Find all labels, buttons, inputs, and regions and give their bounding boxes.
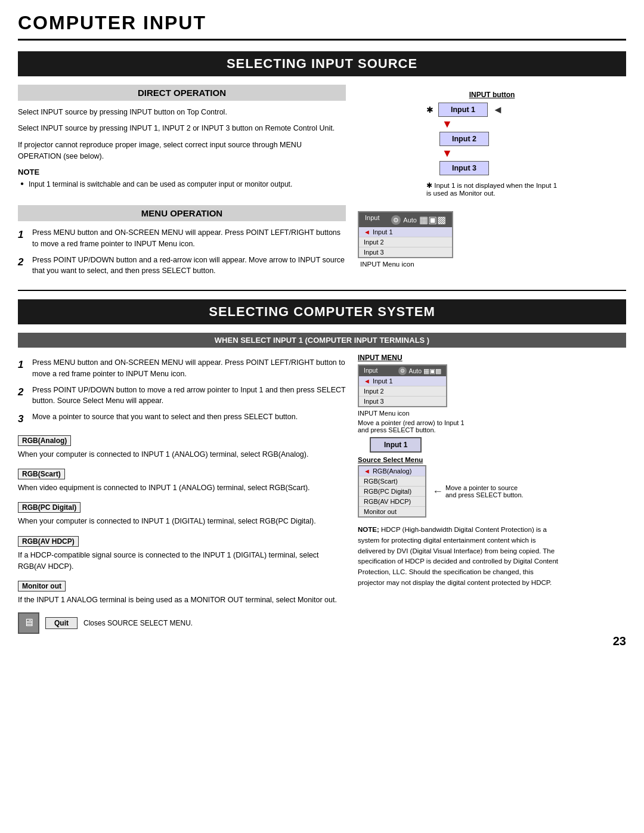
- menu-topbar-input: Input: [365, 214, 379, 225]
- step-num-2: 2: [18, 255, 27, 277]
- section-selecting-input-source: SELECTING INPUT SOURCE DIRECT OPERATION …: [18, 51, 626, 281]
- src-row-av-hdcp-wrap: RGB(AV HDCP): [359, 497, 425, 507]
- comp-menu-row3: Input 3: [364, 398, 384, 405]
- subsection-input1-terminals: WHEN SELECT INPUT 1 (COMPUTER INPUT TERM…: [18, 333, 626, 348]
- comp-gear-icon: ⚙: [398, 367, 407, 375]
- comp-step-num-1: 1: [18, 357, 27, 380]
- menu-row2: Input 2: [364, 239, 384, 246]
- input1-btn: Input 1: [438, 103, 488, 117]
- comp-menu-icons: ▦▣▩: [423, 367, 441, 374]
- comp-menu-row2: Input 2: [364, 388, 384, 395]
- comp-step1: 1 Press MENU button and ON-SCREEN MENU w…: [18, 357, 346, 380]
- right-note-text: HDCP (High-bandwidth Digital Content Pro…: [358, 526, 558, 586]
- quit-icon: 🖥: [18, 612, 39, 634]
- tag-rgb-pc-digital: RGB(PC Digital): [18, 502, 80, 513]
- tag-rgb-pc-digital-text: When your computer is connected to INPUT…: [18, 516, 346, 527]
- comp-step-num-2: 2: [18, 385, 27, 407]
- note-item: Input 1 terminal is switchable and can b…: [18, 179, 346, 190]
- tag-monitor-out-text: If the INPUT 1 ANALOG terminal is being …: [18, 594, 346, 606]
- section-header-computer-system: SELECTING COMPUTER SYSTEM: [18, 299, 626, 324]
- tag-rgb-av-hdcp: RGB(AV HDCP): [18, 536, 79, 547]
- quit-button[interactable]: Quit: [45, 617, 78, 629]
- comp-menu-row2-wrap: Input 2: [359, 386, 446, 397]
- source-select-panel: ◄ RGB(Analog) RGB(Scart) RGB(PC Digital)…: [358, 465, 426, 518]
- tag-rgb-scart: RGB(Scart): [18, 469, 65, 479]
- menu-step2-text: Press POINT UP/DOWN button and a red-arr…: [32, 255, 346, 277]
- source-select-note: Move a pointer to source and press SELEC…: [445, 484, 528, 498]
- down-arrow-icon: ▼: [442, 118, 453, 131]
- tag-rgb-analog-text: When your computer is connected to INPUT…: [18, 449, 346, 460]
- src-row-rgb-pc-digital: RGB(PC Digital): [364, 488, 411, 495]
- quit-row: 🖥 Quit Closes SOURCE SELECT MENU.: [18, 612, 346, 634]
- menu-step1-text: Press MENU button and ON-SCREEN MENU wil…: [32, 227, 346, 250]
- down-arrow-icon2: ▼: [442, 147, 453, 160]
- input1-arrow: ◄: [493, 104, 503, 116]
- tag-rgb-scart-text: When video equipment is connected to INP…: [18, 482, 346, 494]
- tag-rgb-analog: RGB(Analog): [18, 435, 71, 446]
- src-row-scart-wrap: RGB(Scart): [359, 476, 425, 487]
- menu-row2-container: Input 2: [359, 237, 452, 247]
- src-row-rgb-analog: RGB(Analog): [373, 467, 411, 475]
- input-diagram-asterisk-note: ✱ Input 1 is not displayed when the Inpu…: [426, 181, 558, 197]
- src-row-pc-digital-wrap: RGB(PC Digital): [359, 487, 425, 497]
- src-row-rgb-av-hdcp: RGB(AV HDCP): [364, 498, 411, 505]
- comp-step3: 3 Move a pointer to source that you want…: [18, 411, 346, 427]
- comp-input-menu-panel: Input ⚙ Auto ▦▣▩ ◄ Input 1 Input 2: [358, 364, 447, 407]
- menu-row1: Input 1: [373, 228, 393, 236]
- section-selecting-computer-system: SELECTING COMPUTER SYSTEM WHEN SELECT IN…: [18, 299, 626, 634]
- gear-icon: ⚙: [391, 215, 401, 225]
- comp-menu-row3-wrap: Input 3: [359, 397, 446, 406]
- tag-rgb-av-hdcp-text: If a HDCP-compatible signal source is co…: [18, 550, 346, 573]
- comp-menu-topbar-right: Auto: [408, 367, 422, 374]
- comp-step2-text: Press POINT UP/DOWN button to move a red…: [32, 385, 346, 407]
- asterisk-symbol: ✱: [426, 105, 434, 114]
- subsection-direct-operation: DIRECT OPERATION: [18, 85, 346, 101]
- input2-btn: Input 2: [439, 132, 489, 146]
- input1-selected-box: Input 1: [370, 437, 422, 453]
- section-header-input-source: SELECTING INPUT SOURCE: [18, 51, 626, 76]
- input3-btn: Input 3: [439, 161, 489, 175]
- row1-arrow: ◄: [364, 228, 370, 236]
- comp-step2: 2 Press POINT UP/DOWN button to move a r…: [18, 385, 346, 407]
- comp-step-num-3: 3: [18, 411, 27, 427]
- source-select-area: ◄ RGB(Analog) RGB(Scart) RGB(PC Digital)…: [358, 465, 528, 518]
- subsection-menu-operation: MENU OPERATION: [18, 205, 346, 221]
- comp-row1-arrow: ◄: [364, 377, 370, 385]
- page-title: COMPUTER INPUT: [18, 12, 626, 41]
- menu-step1: 1 Press MENU button and ON-SCREEN MENU w…: [18, 227, 346, 250]
- comp-step3-text: Move a pointer to source that you want t…: [32, 411, 298, 427]
- input-menu-icon-annotation: INPUT Menu icon: [358, 410, 465, 417]
- comp-annotations: INPUT Menu icon Move a pointer (red arro…: [358, 410, 465, 433]
- source-select-note-wrap: ← Move a pointer to source and press SEL…: [432, 465, 528, 518]
- src-row-monitor-out-wrap: Monitor out: [359, 507, 425, 516]
- step-num-1: 1: [18, 227, 27, 250]
- menu-row3-container: Input 3: [359, 247, 452, 257]
- pointer-note: Move a pointer (red arrow) to Input 1 an…: [358, 419, 465, 433]
- menu-operation-diagram: Input ⚙ Auto ▦▣▩ ◄ Input 1 Input 2: [358, 211, 453, 258]
- src-row-monitor-out: Monitor out: [364, 508, 397, 515]
- comp-menu-row1: Input 1: [373, 377, 393, 385]
- src-select-arrow-icon: ←: [432, 485, 443, 498]
- tag-monitor-out: Monitor out: [18, 581, 66, 592]
- comp-step1-text: Press MENU button and ON-SCREEN MENU wil…: [32, 357, 346, 380]
- menu-step2: 2 Press POINT UP/DOWN button and a red-a…: [18, 255, 346, 277]
- note-label: NOTE: [18, 168, 346, 176]
- page-number: 23: [613, 634, 626, 648]
- input-button-diagram-title: INPUT button: [426, 91, 558, 99]
- input-menu-title: INPUT MENU: [358, 354, 402, 362]
- comp-menu-topbar-left: Input: [364, 367, 377, 375]
- src-arrow-icon: ◄: [364, 467, 370, 475]
- quit-note: Closes SOURCE SELECT MENU.: [83, 619, 193, 627]
- direct-op-text3: If projector cannot reproduce proper ima…: [18, 140, 346, 163]
- source-select-label: Source Select Menu: [358, 456, 423, 463]
- input-menu-icon-label: INPUT Menu icon: [360, 261, 414, 268]
- direct-op-text1: Select INPUT source by pressing INPUT bu…: [18, 107, 346, 118]
- menu-row3: Input 3: [364, 249, 384, 256]
- src-row-rgb-scart: RGB(Scart): [364, 478, 398, 485]
- right-note: NOTE; HDCP (High-bandwidth Digital Conte…: [358, 525, 561, 589]
- right-note-title: NOTE;: [358, 526, 379, 533]
- menu-topbar-auto: Auto: [403, 216, 417, 224]
- tagged-items-list: RGB(Analog) When your computer is connec…: [18, 432, 346, 606]
- menu-icons: ▦▣▩: [419, 214, 446, 225]
- direct-op-text2: Select INPUT source by pressing INPUT 1,…: [18, 123, 346, 134]
